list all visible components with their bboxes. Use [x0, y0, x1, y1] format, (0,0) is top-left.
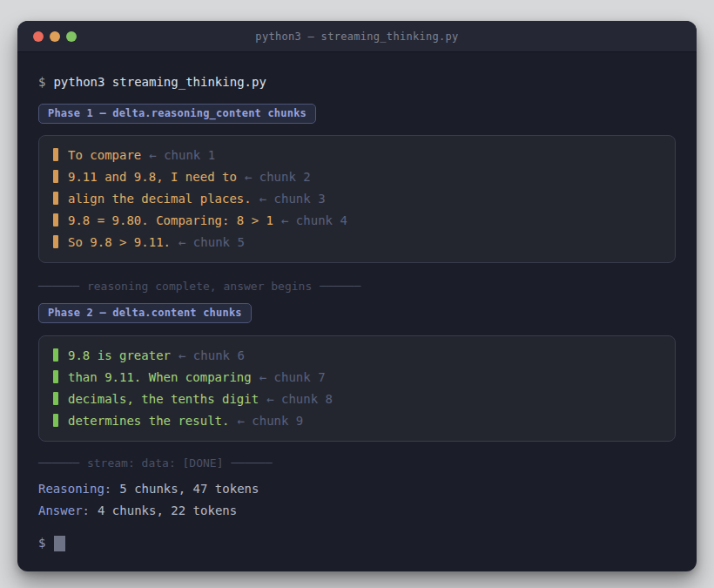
chunk-note: ← chunk 1	[149, 148, 215, 162]
summary-label: Reasoning:	[38, 482, 111, 496]
phase1-chunk-box: To compare← chunk 1 9.11 and 9.8, I need…	[38, 135, 676, 263]
title-bar[interactable]: python3 — streaming_thinking.py	[17, 21, 697, 52]
window-title: python3 — streaming_thinking.py	[255, 30, 458, 43]
idle-prompt-row[interactable]: $	[38, 534, 676, 551]
chunk-note: ← chunk 2	[245, 170, 311, 184]
chunk-bar-icon	[53, 392, 58, 405]
answer-chunk-line: decimals, the tenths digit← chunk 8	[53, 389, 661, 410]
chunk-note: ← chunk 6	[178, 348, 245, 362]
maximize-button[interactable]	[66, 31, 77, 42]
chunk-bar-icon	[53, 370, 58, 383]
summary-value: 5 chunks, 47 tokens	[119, 482, 259, 496]
minimize-button[interactable]	[50, 31, 60, 42]
chunk-note: ← chunk 5	[178, 235, 245, 249]
chunk-bar-icon	[53, 148, 58, 161]
shell-prompt: $	[38, 536, 45, 550]
chunk-text: than 9.11. When comparing	[68, 370, 252, 384]
phase1-badge-row: Phase 1 — delta.reasoning_content chunks	[38, 104, 676, 124]
chunk-text: To compare	[68, 148, 141, 162]
reasoning-chunk-line: So 9.8 > 9.11.← chunk 5	[53, 232, 661, 253]
chunk-note: ← chunk 7	[259, 370, 326, 384]
terminal-content: $python3 streaming_thinking.py Phase 1 —…	[17, 52, 697, 551]
divider-label: stream: data: [DONE]	[87, 456, 224, 470]
answer-summary-line: Answer:4 chunks, 22 tokens	[38, 500, 676, 522]
divider-dash: ──────	[320, 280, 360, 293]
chunk-note: ← chunk 3	[259, 192, 326, 206]
chunk-bar-icon	[53, 414, 58, 427]
chunk-text: 9.8 = 9.80. Comparing: 8 > 1	[68, 213, 273, 227]
reasoning-complete-divider: ──────reasoning complete, answer begins─…	[38, 278, 676, 295]
phase2-chunk-box: 9.8 is greater← chunk 6 than 9.11. When …	[38, 335, 676, 442]
traffic-lights	[33, 31, 77, 42]
divider-dash: ──────	[38, 280, 79, 293]
summary-label: Answer:	[38, 504, 90, 517]
close-button[interactable]	[33, 31, 44, 42]
shell-prompt: $	[38, 75, 45, 89]
chunk-text: align the decimal places.	[68, 192, 252, 206]
chunk-note: ← chunk 9	[237, 414, 303, 428]
stream-done-divider: ──────stream: data: [DONE]──────	[38, 455, 676, 472]
chunk-note: ← chunk 8	[266, 392, 333, 406]
terminal-window: python3 — streaming_thinking.py $python3…	[17, 21, 697, 571]
summary-value: 4 chunks, 22 tokens	[98, 504, 237, 517]
phase2-badge-row: Phase 2 — delta.content chunks	[38, 303, 676, 323]
command-line: $python3 streaming_thinking.py	[38, 73, 676, 91]
chunk-text: 9.8 is greater	[68, 348, 171, 362]
reasoning-chunk-line: To compare← chunk 1	[53, 145, 661, 166]
divider-dash: ──────	[38, 456, 79, 470]
answer-chunk-line: than 9.11. When comparing← chunk 7	[53, 367, 661, 389]
answer-chunk-line: determines the result.← chunk 9	[53, 410, 661, 432]
divider-dash: ──────	[232, 456, 273, 470]
chunk-text: determines the result.	[68, 414, 229, 428]
chunk-bar-icon	[53, 170, 58, 183]
phase2-badge: Phase 2 — delta.content chunks	[38, 303, 252, 323]
chunk-text: 9.11 and 9.8, I need to	[68, 170, 237, 184]
divider-label: reasoning complete, answer begins	[87, 280, 312, 293]
reasoning-chunk-line: 9.11 and 9.8, I need to← chunk 2	[53, 166, 661, 188]
chunk-bar-icon	[53, 235, 58, 248]
reasoning-chunk-line: 9.8 = 9.80. Comparing: 8 > 1← chunk 4	[53, 210, 661, 232]
text-cursor	[54, 536, 65, 551]
chunk-bar-icon	[53, 213, 58, 226]
reasoning-summary-line: Reasoning:5 chunks, 47 tokens	[38, 478, 676, 500]
answer-chunk-line: 9.8 is greater← chunk 6	[53, 345, 661, 367]
chunk-text: decimals, the tenths digit	[68, 392, 259, 406]
phase1-badge: Phase 1 — delta.reasoning_content chunks	[38, 104, 316, 124]
chunk-text: So 9.8 > 9.11.	[68, 235, 171, 249]
reasoning-chunk-line: align the decimal places.← chunk 3	[53, 188, 661, 210]
chunk-note: ← chunk 4	[281, 213, 347, 227]
chunk-bar-icon	[53, 192, 58, 205]
command-text: python3 streaming_thinking.py	[53, 75, 266, 89]
chunk-bar-icon	[53, 348, 58, 362]
